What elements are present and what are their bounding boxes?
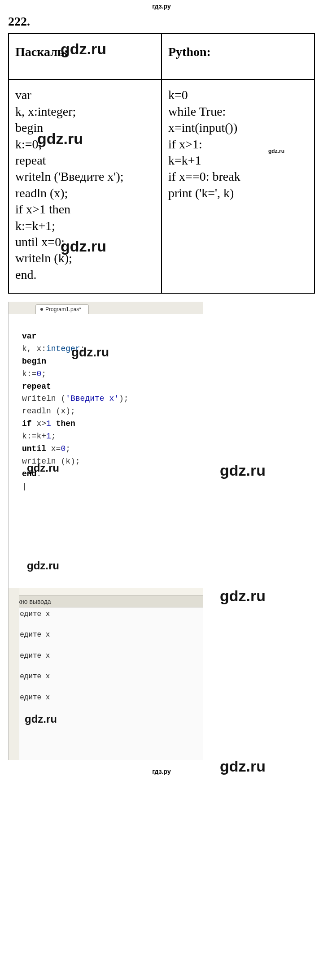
python-code-cell: k=0 while True: x=int(input()) if x>1: k…	[162, 79, 314, 293]
ide-window: Program1.pas* var k, x:integer; begin k:…	[8, 302, 203, 760]
ide-code-area[interactable]: var k, x:integer; begin k:=0; repeat wri…	[9, 314, 203, 588]
watermark: gdz.ru	[220, 462, 266, 479]
output-panel: Введите x 1 Введите x 2 Введите x -7 Вве…	[9, 607, 203, 760]
page: гдз.ру 222. Паскаль: Python: var k, x:in…	[0, 0, 323, 780]
output-panel-title: Окно вывода	[9, 596, 203, 607]
col-header-pascal: Паскаль:	[9, 34, 162, 79]
ide-scrollbar[interactable]: <	[9, 588, 203, 596]
ide-tab-title: Program1.pas*	[45, 306, 81, 312]
pascal-code-cell: var k, x:integer; begin k:=0; repeat wri…	[9, 79, 162, 293]
watermark: gdz.ru	[220, 587, 266, 605]
site-header: гдз.ру	[0, 0, 323, 13]
col-header-python: Python:	[162, 34, 314, 79]
site-footer: гдз.ру	[0, 760, 323, 780]
solution-table: Паскаль: Python: var k, x:integer; begin…	[8, 33, 315, 294]
ide-tabbar: Program1.pas*	[9, 302, 203, 314]
unsaved-dot-icon	[40, 308, 43, 311]
ide-tab[interactable]: Program1.pas*	[35, 304, 89, 314]
task-number: 222.	[0, 13, 323, 33]
